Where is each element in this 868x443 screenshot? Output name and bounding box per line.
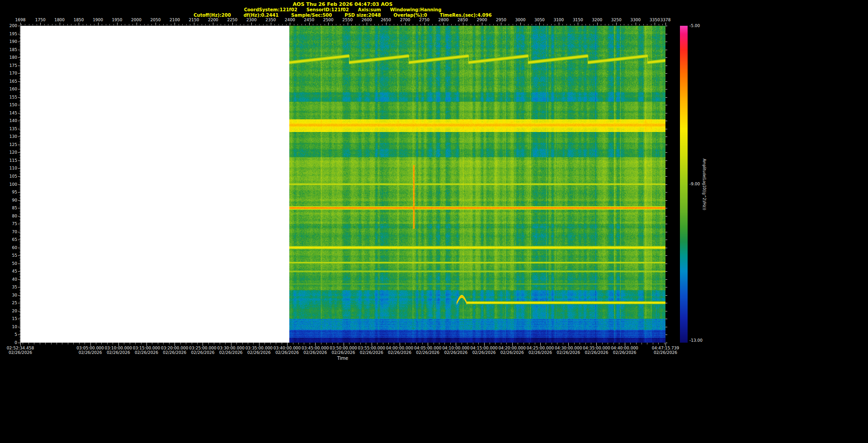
tick-mark [338, 343, 338, 344]
tick-mark [19, 132, 20, 132]
freq-tick-label: 65 [5, 237, 17, 242]
tick-mark [19, 86, 20, 86]
tick-mark [19, 179, 20, 180]
tick-mark [34, 343, 34, 344]
tick-mark [18, 240, 20, 240]
tick-mark [18, 26, 20, 26]
tick-mark [109, 24, 110, 25]
tick-mark [665, 66, 667, 66]
spectrogram-canvas[interactable] [20, 26, 665, 343]
freq-tick-label: 70 [5, 230, 17, 234]
tick-mark [244, 24, 244, 25]
header-field: TimeRes.(sec):4.096 [440, 13, 492, 18]
tick-mark [29, 24, 29, 25]
tick-mark [282, 343, 282, 344]
tick-mark [428, 24, 429, 25]
tick-mark [601, 24, 601, 25]
tick-mark [271, 23, 271, 25]
tick-mark [180, 343, 181, 344]
tick-mark [471, 24, 471, 25]
freq-tick-label: 20 [5, 309, 17, 313]
tick-mark [19, 278, 20, 278]
date-label: 02/26/2026 [9, 351, 32, 355]
tick-mark [19, 227, 20, 227]
tick-mark [19, 219, 20, 220]
date-label: 02/26/2026 [360, 351, 383, 355]
x-record-tick-label: 2750 [419, 18, 429, 22]
freq-tick-label: 150 [5, 103, 17, 107]
tick-mark [276, 343, 276, 344]
colorbar [680, 26, 688, 343]
tick-mark [19, 140, 20, 140]
tick-mark [619, 343, 619, 344]
tick-mark [665, 232, 667, 232]
header-field: Sample/Sec:500 [291, 13, 332, 18]
x-record-tick-label: 2000 [131, 18, 142, 22]
tick-mark [328, 23, 329, 25]
freq-tick-label: 50 [5, 261, 17, 266]
freq-tick-label: 140 [5, 118, 17, 123]
tick-mark [18, 137, 20, 137]
tick-mark [662, 24, 663, 25]
tick-mark [505, 24, 505, 25]
tick-mark [19, 188, 20, 188]
tick-mark [19, 70, 20, 71]
tick-mark [18, 121, 20, 121]
tick-mark [665, 168, 667, 169]
tick-mark [19, 47, 20, 47]
tick-mark [18, 248, 20, 248]
tick-mark [125, 24, 125, 25]
tick-mark [113, 24, 114, 25]
tick-mark [217, 24, 217, 25]
tick-mark [19, 260, 20, 261]
freq-tick-label: 145 [5, 111, 17, 115]
tick-mark [665, 184, 667, 185]
tick-mark [19, 252, 20, 253]
tick-mark [19, 276, 20, 277]
x-record-tick-label: 1950 [112, 18, 123, 22]
tick-mark [450, 343, 451, 344]
tick-mark [19, 226, 20, 226]
tick-mark [570, 24, 571, 25]
tick-mark [19, 230, 20, 231]
tick-mark [19, 69, 20, 69]
tick-mark [197, 343, 198, 344]
tick-mark [20, 23, 21, 25]
tick-mark [19, 298, 20, 299]
tick-mark [18, 57, 20, 58]
tick-mark [19, 238, 20, 239]
freq-tick-label: 30 [5, 293, 17, 297]
x-record-tick-label: 3300 [630, 18, 641, 22]
tick-mark [19, 174, 20, 175]
tick-mark [658, 343, 659, 344]
tick-mark [665, 192, 667, 193]
tick-mark [18, 264, 20, 264]
x-record-tick-label: 2450 [304, 18, 314, 22]
tick-mark [585, 24, 586, 25]
tick-mark [568, 343, 569, 346]
tick-mark [18, 200, 20, 201]
tick-mark [169, 343, 170, 344]
x-record-tick-label: 1698 [15, 18, 26, 22]
tick-mark [19, 245, 20, 245]
freq-tick-label: 90 [5, 198, 17, 203]
tick-mark [665, 216, 667, 217]
tick-mark [647, 343, 647, 344]
tick-mark [18, 152, 20, 153]
tick-mark [444, 343, 445, 344]
tick-mark [665, 113, 667, 113]
x-record-tick-label: 2700 [400, 18, 410, 22]
x-record-tick-label: 3350 [650, 18, 660, 22]
tick-mark [21, 24, 22, 25]
tick-mark [363, 24, 363, 25]
tick-mark [19, 141, 20, 142]
header-field: SensorID:121f02 [307, 7, 349, 12]
tick-mark [274, 24, 275, 25]
tick-mark [354, 343, 355, 344]
header-field: Windowing:Hanning [390, 7, 442, 12]
tick-mark [290, 23, 290, 25]
tick-mark [665, 152, 667, 153]
x-record-tick-label: 1800 [54, 18, 65, 22]
tick-mark [490, 24, 490, 25]
freq-tick-label: 35 [5, 285, 17, 289]
